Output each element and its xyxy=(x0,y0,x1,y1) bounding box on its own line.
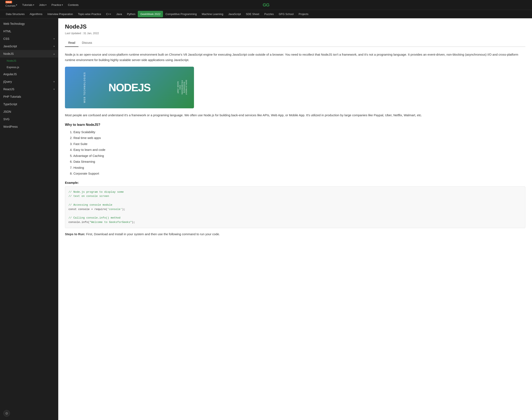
code-comment-4: // Calling console.info() method xyxy=(69,216,121,219)
practice-label: Practice xyxy=(51,3,61,6)
jobs-nav-item[interactable]: Jobs ▾ xyxy=(37,2,48,8)
sec-nav-java[interactable]: Java xyxy=(114,11,124,17)
code-comment-3: // Accessing console module xyxy=(69,203,112,207)
sidebar-css-label: CSS xyxy=(3,37,9,40)
sec-nav-geekweek[interactable]: GeekWeek 2022 xyxy=(138,11,163,17)
jobs-label: Jobs xyxy=(39,3,45,6)
main-layout: Web Technology HTML CSS ▾ JavaScript ▾ N… xyxy=(0,18,532,420)
sec-nav-data-structures[interactable]: Data Structures xyxy=(3,11,27,17)
list-item: 6. Data Streaming xyxy=(70,159,525,165)
list-item: 2. Real time web apps xyxy=(70,135,525,141)
code-line-info: console.info("Welcome to GeeksforGeeks")… xyxy=(69,221,135,224)
list-item: 1. Easy Scalability xyxy=(70,129,525,135)
sidebar-item-web-technology[interactable]: Web Technology xyxy=(0,20,58,28)
code-comment-1: // Node.js program to display some xyxy=(69,190,124,194)
sidebar-item-json[interactable]: JSON xyxy=(0,108,58,115)
sidebar-reactjs-label: ReactJS xyxy=(3,88,14,91)
banner-main-text: NODEJS xyxy=(109,81,151,94)
sidebar-subitem-expressjs-label: Express.js xyxy=(7,66,19,69)
sidebar-subitem-expressjs[interactable]: Express.js xyxy=(0,64,58,70)
sidebar-item-html[interactable]: HTML xyxy=(0,28,58,35)
why-learn-list: 1. Easy Scalability 2. Real time web app… xyxy=(65,129,525,177)
nav-left-items: SALE Courses ▾ Tutorials ▾ Jobs ▾ Practi… xyxy=(3,1,81,9)
contests-nav-item[interactable]: Contests xyxy=(66,2,81,8)
courses-label: Courses xyxy=(5,4,15,7)
sidebar-item-typescript[interactable]: TypeScript xyxy=(0,100,58,108)
practice-nav-item[interactable]: Practice ▾ xyxy=(49,2,65,8)
sidebar-web-tech-label: Web Technology xyxy=(3,22,25,25)
sidebar-item-nodejs[interactable]: NodeJS ▴ xyxy=(0,50,58,58)
sidebar-subitem-nodejs-label: NodeJS xyxy=(7,59,16,62)
tutorials-nav-item[interactable]: Tutorials ▾ xyxy=(20,2,36,8)
last-updated: Last Updated : 31 Jan, 2022 xyxy=(65,32,525,35)
sidebar-item-angularjs[interactable]: AngularJS xyxy=(0,70,58,78)
tutorials-label: Tutorials xyxy=(22,3,32,6)
sidebar-javascript-label: JavaScript xyxy=(3,45,17,48)
sec-nav-algorithms[interactable]: Algorithms xyxy=(27,11,45,17)
sidebar-angularjs-label: AngularJS xyxy=(3,73,17,76)
page-title: NodeJS xyxy=(65,23,525,30)
article-tabs: Read Discuss xyxy=(65,39,525,47)
sidebar-item-reactjs[interactable]: ReactJS ▾ xyxy=(0,85,58,93)
code-example: // Node.js program to display some // te… xyxy=(65,186,525,228)
sidebar-typescript-label: TypeScript xyxy=(3,103,17,106)
sec-nav-javascript[interactable]: JavaScript xyxy=(226,11,243,17)
courses-chevron: ▾ xyxy=(16,4,17,6)
sec-nav-competitive[interactable]: Competitive Programming xyxy=(163,11,199,17)
sidebar-item-php[interactable]: PHP Tutorials xyxy=(0,93,58,100)
nodejs-chevron-up-icon: ▴ xyxy=(54,53,55,55)
courses-nav-item[interactable]: SALE Courses ▾ xyxy=(3,1,19,9)
css-chevron-down-icon: ▾ xyxy=(54,37,55,40)
sec-nav-interview-prep[interactable]: Interview Preparation xyxy=(45,11,76,17)
sec-nav-cpp[interactable]: C++ xyxy=(104,11,114,17)
tutorials-chevron: ▾ xyxy=(33,4,34,6)
sidebar-item-javascript[interactable]: JavaScript ▾ xyxy=(0,43,58,50)
main-content: NodeJS Last Updated : 31 Jan, 2022 Read … xyxy=(58,18,532,420)
settings-icon: ⚙ xyxy=(5,411,8,415)
code-line-require: const console = require('console'); xyxy=(69,208,125,211)
sidebar-json-label: JSON xyxy=(3,110,11,113)
article-paragraph2: Most people are confused and understand … xyxy=(65,113,525,118)
practice-chevron: ▾ xyxy=(62,4,63,6)
sidebar: Web Technology HTML CSS ▾ JavaScript ▾ N… xyxy=(0,18,58,420)
top-navigation: SALE Courses ▾ Tutorials ▾ Jobs ▾ Practi… xyxy=(0,0,532,10)
banner-left-text: WEB TECHNOLOGIES xyxy=(83,72,86,103)
sec-nav-topic-practice[interactable]: Topic-wise Practice xyxy=(76,11,104,17)
settings-button[interactable]: ⚙ xyxy=(3,410,10,417)
sidebar-item-svg[interactable]: SVG xyxy=(0,115,58,123)
sec-nav-sde-sheet[interactable]: SDE Sheet xyxy=(243,11,262,17)
sale-badge: SALE xyxy=(5,1,12,3)
sec-nav-python[interactable]: Python xyxy=(125,11,138,17)
list-item: 4. Easy to learn and code xyxy=(70,147,525,153)
sec-nav-ml[interactable]: Machine Learning xyxy=(199,11,226,17)
why-learn-heading: Why to learn NodeJS? xyxy=(65,123,525,127)
code-comment-2: // text on console screen xyxy=(69,195,109,198)
sidebar-nodejs-label: NodeJS xyxy=(3,52,14,55)
sidebar-php-label: PHP Tutorials xyxy=(3,95,21,98)
article-intro: Node.js is an open-source and cross-plat… xyxy=(65,52,525,62)
sidebar-svg-label: SVG xyxy=(3,118,10,121)
jobs-chevron: ▾ xyxy=(45,4,46,6)
reactjs-chevron-down-icon: ▾ xyxy=(54,88,55,91)
sec-nav-projects[interactable]: Projects xyxy=(296,11,311,17)
list-item: 5. Advantage of Caching xyxy=(70,153,525,159)
banner-right-text: DEPLOYMENTNODEMONFRAMEWORKDNSNODE JIMP xyxy=(177,80,188,95)
sidebar-subitem-nodejs[interactable]: NodeJS xyxy=(0,58,58,64)
sidebar-wordpress-label: WordPress xyxy=(3,125,18,128)
sidebar-item-css[interactable]: CSS ▾ xyxy=(0,35,58,43)
list-item: 8. Corporate Support xyxy=(70,171,525,177)
tab-discuss[interactable]: Discuss xyxy=(78,39,95,47)
list-item: 3. Fast Suite xyxy=(70,141,525,147)
sec-nav-puzzles[interactable]: Puzzles xyxy=(262,11,276,17)
contests-label: Contests xyxy=(68,3,78,6)
tab-read[interactable]: Read xyxy=(65,39,78,47)
sidebar-item-jquery[interactable]: jQuery ▾ xyxy=(0,78,58,85)
steps-to-run: Steps to Run: First, Download and Instal… xyxy=(65,231,525,237)
site-logo[interactable]: GG xyxy=(263,2,269,8)
example-label: Example: xyxy=(65,181,525,184)
nodejs-banner-image: WEB TECHNOLOGIES NODEJS DEPLOYMENTNODEMO… xyxy=(65,67,194,108)
sidebar-item-wordpress[interactable]: WordPress xyxy=(0,123,58,130)
jquery-chevron-down-icon: ▾ xyxy=(54,80,55,83)
sec-nav-gfg-school[interactable]: GFG School xyxy=(276,11,296,17)
list-item: 7. Hosting xyxy=(70,165,525,171)
